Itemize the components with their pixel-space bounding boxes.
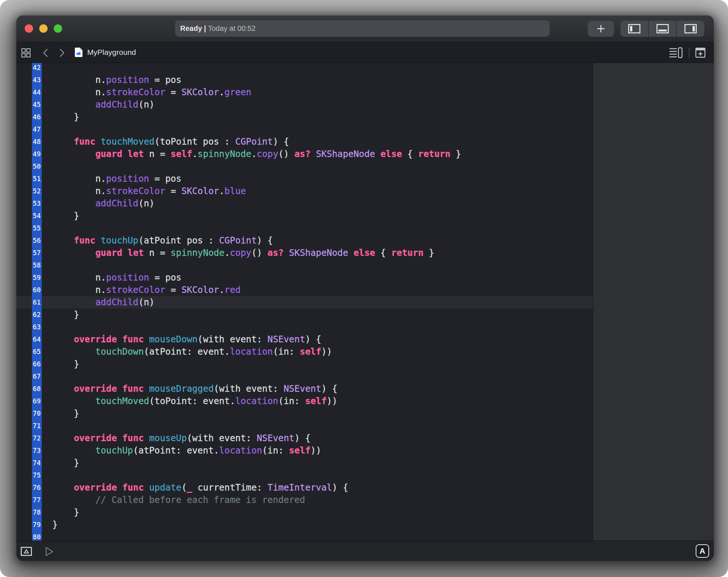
editor-options-button[interactable] (668, 47, 683, 58)
code-line[interactable]: 80 (16, 531, 593, 541)
line-number: 64 (32, 333, 42, 346)
code-line[interactable]: 58 (16, 259, 593, 271)
code-line[interactable]: 54 } (16, 210, 593, 222)
code-line[interactable]: 53 addChild(n) (16, 197, 593, 210)
code-line[interactable]: 74 } (16, 457, 593, 469)
code-line[interactable]: 52 n.strokeColor = SKColor.blue (16, 185, 593, 197)
code-line[interactable]: 44 n.strokeColor = SKColor.green (16, 86, 593, 98)
line-number: 59 (32, 271, 42, 284)
code-line[interactable]: 75 (16, 469, 593, 481)
line-number: 62 (32, 308, 42, 321)
window-titlebar: Ready | Today at 00:52 (16, 15, 714, 42)
line-number: 72 (32, 432, 42, 444)
results-strip-icon (21, 547, 32, 556)
code-text: n.position = pos (42, 271, 593, 284)
code-line[interactable]: 61 addChild(n) (16, 296, 593, 308)
code-line[interactable]: 59 n.position = pos (16, 271, 593, 284)
code-text: guard let n = spinnyNode.copy() as? SKSh… (42, 247, 593, 259)
panel-toggle-group (620, 21, 704, 37)
code-line[interactable]: 79} (16, 519, 593, 531)
code-line[interactable]: 60 n.strokeColor = SKColor.red (16, 284, 593, 296)
code-line[interactable]: 51 n.position = pos (16, 173, 593, 185)
code-line[interactable]: 62 } (16, 308, 593, 321)
code-text (42, 259, 593, 271)
code-line[interactable]: 69 touchMoved(toPoint: event.location(in… (16, 395, 593, 407)
line-number: 60 (32, 284, 42, 296)
code-text: } (42, 308, 593, 321)
code-line[interactable]: 56 func touchUp(atPoint pos : CGPoint) { (16, 234, 593, 247)
toggle-debug-area-button[interactable] (648, 21, 676, 37)
code-line[interactable]: 71 (16, 420, 593, 432)
run-playground-button[interactable] (45, 546, 54, 557)
debug-bar: A (16, 541, 714, 561)
chevron-left-icon (43, 48, 48, 57)
line-number: 46 (32, 111, 42, 123)
code-line[interactable]: 50 (16, 160, 593, 173)
inline-results-mode-button[interactable]: A (696, 544, 709, 558)
toggle-debug-strip-button[interactable] (21, 547, 32, 556)
jump-bar-file-name[interactable]: MyPlayground (87, 42, 136, 62)
line-number: 71 (32, 420, 42, 432)
toggle-navigator-button[interactable] (620, 21, 648, 37)
line-number: 43 (32, 74, 42, 86)
code-line[interactable]: 47 (16, 123, 593, 136)
go-back-button[interactable] (41, 48, 50, 58)
code-text: override func mouseUp(with event: NSEven… (42, 432, 593, 444)
jump-bar: MyPlayground (16, 42, 714, 63)
go-forward-button[interactable] (57, 48, 66, 58)
code-text: addChild(n) (42, 98, 593, 111)
traffic-lights (25, 24, 62, 33)
code-text: touchMoved(toPoint: event.location(in: s… (42, 395, 593, 407)
code-line[interactable]: 66 } (16, 358, 593, 370)
code-text: addChild(n) (42, 197, 593, 210)
code-line[interactable]: 46 } (16, 111, 593, 123)
code-text: } (42, 210, 593, 222)
line-number: 55 (32, 222, 42, 234)
code-text (42, 420, 593, 432)
line-number: 61 (32, 296, 42, 308)
source-editor[interactable]: 4243 n.position = pos44 n.strokeColor = … (16, 63, 593, 541)
code-line[interactable]: 45 addChild(n) (16, 98, 593, 111)
code-line[interactable]: 78 } (16, 506, 593, 519)
code-line[interactable]: 72 override func mouseUp(with event: NSE… (16, 432, 593, 444)
toggle-inspector-button[interactable] (676, 21, 704, 37)
code-text: func touchUp(atPoint pos : CGPoint) { (42, 234, 593, 247)
minimize-button[interactable] (39, 24, 48, 33)
close-button[interactable] (25, 24, 33, 33)
related-items-button[interactable] (21, 48, 31, 57)
code-line[interactable]: 57 guard let n = spinnyNode.copy() as? S… (16, 247, 593, 259)
code-line[interactable]: 76 override func update(_ currentTime: T… (16, 481, 593, 494)
code-text (42, 63, 593, 74)
code-line[interactable]: 70 } (16, 407, 593, 420)
code-line[interactable]: 49 guard let n = self.spinnyNode.copy() … (16, 148, 593, 160)
line-number: 51 (32, 173, 42, 185)
code-line[interactable]: 63 (16, 321, 593, 333)
code-line[interactable]: 55 (16, 222, 593, 234)
code-text: n.strokeColor = SKColor.blue (42, 185, 593, 197)
code-line[interactable]: 48 func touchMoved(toPoint pos : CGPoint… (16, 136, 593, 148)
inspector-panel-icon (684, 24, 697, 33)
code-text: touchUp(atPoint: event.location(in: self… (42, 444, 593, 457)
line-number: 52 (32, 185, 42, 197)
code-line[interactable]: 65 touchDown(atPoint: event.location(in:… (16, 346, 593, 358)
code-line[interactable]: 67 (16, 370, 593, 383)
plus-icon (596, 24, 606, 33)
code-line[interactable]: 64 override func mouseDown(with event: N… (16, 333, 593, 346)
code-line[interactable]: 68 override func mouseDragged(with event… (16, 383, 593, 395)
line-number: 49 (32, 148, 42, 160)
code-text (42, 531, 593, 541)
status-primary: Ready | (180, 24, 206, 33)
status-secondary: Today at 00:52 (206, 24, 255, 33)
zoom-button[interactable] (54, 24, 62, 33)
code-text: } (42, 457, 593, 469)
code-line[interactable]: 73 touchUp(atPoint: event.location(in: s… (16, 444, 593, 457)
line-number: 70 (32, 407, 42, 420)
code-line[interactable]: 42 (16, 63, 593, 74)
line-number: 67 (32, 370, 42, 383)
code-line[interactable]: 77 // Called before each frame is render… (16, 494, 593, 506)
add-tab-button[interactable] (588, 21, 614, 37)
code-text (42, 222, 593, 234)
add-editor-button[interactable] (695, 47, 706, 58)
code-line[interactable]: 43 n.position = pos (16, 74, 593, 86)
line-number: 53 (32, 197, 42, 210)
